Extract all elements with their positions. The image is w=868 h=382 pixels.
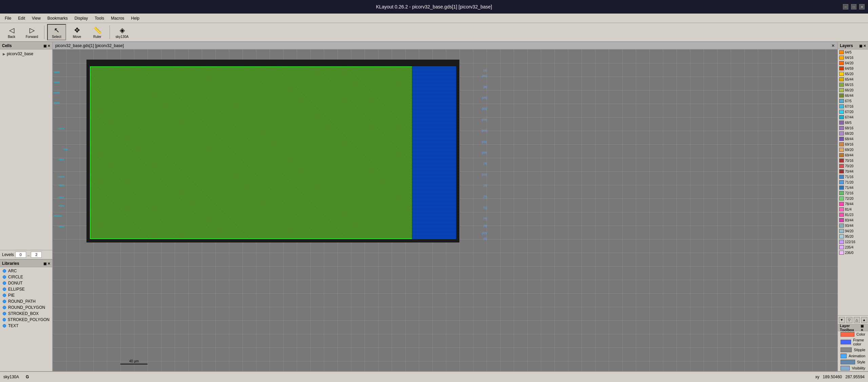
layers-close-icon[interactable]: ✕ — [863, 44, 866, 48]
lib-item-strokedpolygon[interactable]: STROKED_POLYGON — [0, 317, 52, 323]
layer-item-67-5[interactable]: 67/5 — [838, 98, 868, 104]
layer-item-68-16[interactable]: 68/16 — [838, 125, 868, 131]
move-button[interactable]: ✥ Move — [67, 24, 86, 40]
layer-item-81-4[interactable]: 81/4 — [838, 207, 868, 212]
ruler-button[interactable]: 📏 Ruler — [88, 24, 107, 40]
canvas-close-icon[interactable]: ✕ — [831, 43, 835, 48]
toolbox-expand-icon[interactable]: ▣ — [861, 324, 864, 328]
layer-item-68-5[interactable]: 68/5 — [838, 120, 868, 125]
layer-item-83-44[interactable]: 83/44 — [838, 217, 868, 223]
layer-tool-up2[interactable]: ▲ — [861, 317, 867, 323]
layer-item-64-16[interactable]: 64/16 — [838, 55, 868, 60]
cells-tree-item[interactable]: ▶ picorv32_base — [1, 51, 51, 57]
sky130a-button[interactable]: ◈ sky130A — [113, 24, 132, 40]
layer-item-66-15[interactable]: 66/15 — [838, 82, 868, 87]
lib-item-pie[interactable]: PIE — [0, 292, 52, 298]
layer-item-66-44[interactable]: 66/44 — [838, 93, 868, 98]
toolbox-color-swatch — [841, 332, 854, 337]
layer-item-64-5[interactable]: 64/5 — [838, 49, 868, 55]
canvas-area[interactable]: resist resist resist resist resis resi r… — [53, 49, 837, 371]
lib-item-roundpolygon[interactable]: ROUND_POLYGON — [0, 304, 52, 311]
lib-item-arc[interactable]: ARC — [0, 268, 52, 274]
move-label: Move — [73, 35, 81, 39]
menu-display[interactable]: Display — [71, 15, 91, 21]
lib-item-circle[interactable]: CIRCLE — [0, 274, 52, 280]
chip-label-resis8: resis — [58, 175, 64, 178]
layer-item-65-44[interactable]: 65/44 — [838, 77, 868, 82]
toolbox-frame-color-swatch — [841, 340, 851, 344]
layer-color-swatch — [839, 202, 844, 206]
levels-to-input[interactable] — [31, 252, 42, 258]
layer-item-67-20[interactable]: 67/20 — [838, 109, 868, 114]
menu-tools[interactable]: Tools — [91, 15, 107, 21]
layer-item-67-44[interactable]: 67/44 — [838, 114, 868, 120]
layer-tool-down2[interactable]: ▽ — [846, 317, 852, 323]
layer-item-69-44[interactable]: 69/44 — [838, 152, 868, 158]
toolbox-animation[interactable]: Animation — [838, 353, 868, 359]
layer-item-71-20[interactable]: 71/20 — [838, 179, 868, 185]
layer-item-93-44[interactable]: 93/44 — [838, 223, 868, 228]
layer-item-81-23[interactable]: 81/23 — [838, 212, 868, 217]
layer-item-72-20[interactable]: 72/20 — [838, 196, 868, 201]
layer-item-70-44[interactable]: 70/44 — [838, 169, 868, 174]
chip-label-resist3: resist — [53, 91, 60, 94]
layer-item-78-44[interactable]: 78/44 — [838, 201, 868, 207]
layer-item-235-4[interactable]: 235/4 — [838, 245, 868, 250]
layer-item-236-0[interactable]: 236/0 — [838, 250, 868, 255]
toolbox-stipple[interactable]: Stipple — [838, 347, 868, 353]
layer-item-66-20[interactable]: 66/20 — [838, 87, 868, 93]
lib-item-ellipse[interactable]: ELLIPSE — [0, 286, 52, 292]
lib-item-strokedbox[interactable]: STROKED_BOX — [0, 311, 52, 317]
layer-name: 81/4 — [845, 208, 851, 211]
layer-item-64-20[interactable]: 64/20 — [838, 60, 868, 66]
layer-name: 69/16 — [845, 143, 853, 146]
layer-color-swatch — [839, 142, 844, 146]
cells-close-icon[interactable]: ✕ — [47, 44, 50, 48]
toolbox-visibility[interactable]: Visibility — [838, 365, 868, 371]
layer-item-67-16[interactable]: 67/16 — [838, 104, 868, 109]
lib-item-roundpath[interactable]: ROUND_PATH — [0, 298, 52, 304]
libraries-expand-icon[interactable]: ▣ — [43, 262, 46, 266]
layer-tool-up1[interactable]: △ — [854, 317, 860, 323]
toolbox-color[interactable]: Color — [838, 331, 868, 337]
layer-item-71-44[interactable]: 71/44 — [838, 185, 868, 190]
menu-view[interactable]: View — [28, 15, 44, 21]
forward-button[interactable]: ▷ Forward — [22, 24, 41, 40]
back-button[interactable]: ◁ Back — [2, 24, 21, 40]
lib-item-text[interactable]: TEXT — [0, 323, 52, 329]
toolbox-style[interactable]: Style — [838, 359, 868, 365]
libraries-close-icon[interactable]: ✕ — [47, 262, 50, 266]
layer-item-65-20[interactable]: 65/20 — [838, 71, 868, 77]
layer-item-68-20[interactable]: 68/20 — [838, 131, 868, 136]
layer-item-94-20[interactable]: 94/20 — [838, 228, 868, 234]
minimize-button[interactable]: ─ — [843, 4, 848, 9]
layer-item-68-44[interactable]: 68/44 — [838, 136, 868, 142]
layer-item-95-20[interactable]: 95/20 — [838, 234, 868, 239]
layer-item-72-16[interactable]: 72/16 — [838, 190, 868, 196]
layer-item-70-16[interactable]: 70/16 — [838, 158, 868, 163]
close-button[interactable]: ✕ — [859, 4, 865, 9]
menu-bookmarks[interactable]: Bookmarks — [44, 15, 71, 21]
levels-from-input[interactable] — [15, 252, 26, 258]
canvas-title: picorv32_base.gds[1] [picorv32_base] — [55, 43, 124, 48]
layer-item-70-20[interactable]: 70/20 — [838, 163, 868, 169]
layer-item-122-16[interactable]: 122/16 — [838, 239, 868, 245]
layer-item-71-16[interactable]: 71/16 — [838, 174, 868, 179]
menu-edit[interactable]: Edit — [15, 15, 28, 21]
layer-item-69-20[interactable]: 69/20 — [838, 147, 868, 152]
menu-macros[interactable]: Macros — [107, 15, 127, 21]
menu-help[interactable]: Help — [128, 15, 143, 21]
select-button[interactable]: ↖ Select — [47, 24, 66, 40]
toolbox-frame-color[interactable]: Frame color — [838, 337, 868, 347]
layer-item-64-59[interactable]: 64/59 — [838, 66, 868, 71]
lib-item-donut[interactable]: DONUT — [0, 280, 52, 286]
chip-label-resis7: resis — [58, 158, 64, 161]
layer-item-69-16[interactable]: 69/16 — [838, 142, 868, 147]
layers-header: Layers ▣ ✕ — [838, 42, 868, 49]
maximize-button[interactable]: □ — [851, 4, 856, 9]
cells-expand-icon[interactable]: ▣ — [43, 44, 46, 48]
menu-file[interactable]: File — [1, 15, 15, 21]
layers-expand-icon[interactable]: ▣ — [859, 44, 862, 48]
layer-tool-down1[interactable]: ▼ — [839, 317, 845, 323]
toolbox-close-icon[interactable]: ✕ — [861, 328, 863, 332]
